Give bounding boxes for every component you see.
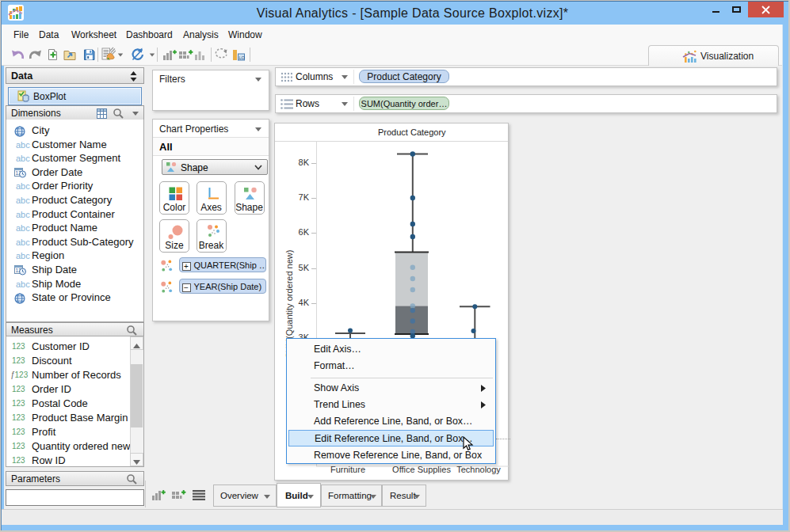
svg-text:Technology: Technology [456,465,501,474]
svg-text:LO: LO [239,55,246,60]
svg-text:Office Supplies: Office Supplies [392,465,451,474]
svg-text:Furniture: Furniture [330,465,365,474]
